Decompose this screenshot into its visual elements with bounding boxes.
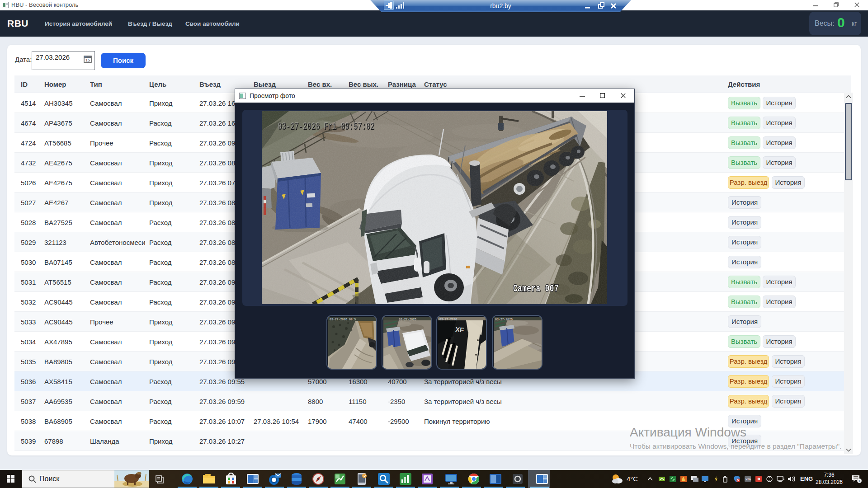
svg-text:15: 15: [85, 58, 90, 62]
svg-text:03-27-2026: 03-27-2026: [439, 318, 457, 321]
svg-text:03-27-2026: 03-27-2026: [399, 318, 416, 321]
svg-text:03-27-2026: 03-27-2026: [495, 318, 513, 321]
svg-text:XF: XF: [455, 325, 464, 334]
svg-text:1: 1: [859, 479, 861, 483]
svg-text:vm: vm: [745, 477, 751, 481]
svg-text:03-27-2026 09:5: 03-27-2026 09:5: [330, 318, 356, 321]
svg-text:03-27-2026 Fri 09:57:02: 03-27-2026 Fri 09:57:02: [278, 121, 374, 133]
svg-text:Camera 007: Camera 007: [513, 283, 559, 295]
